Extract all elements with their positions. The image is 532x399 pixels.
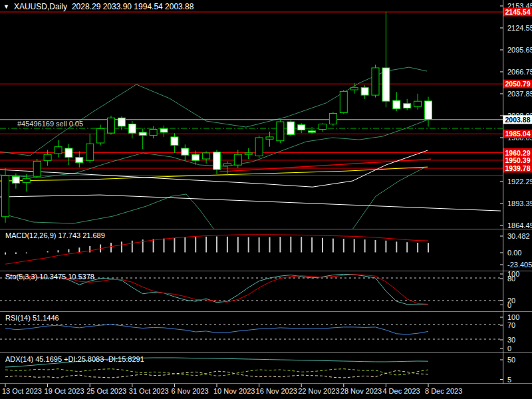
symbol-period-label: XAUUSD,Daily: [14, 2, 67, 11]
time-tick-label: 19 Oct 2023: [45, 387, 84, 395]
rsi-scale-label: 0: [507, 344, 511, 352]
bear-candle-body: [12, 176, 19, 183]
time-tick-label: 13 Oct 2023: [2, 387, 42, 395]
price-tick-label: 2124.55: [507, 24, 532, 32]
bear-candle-body: [160, 128, 168, 132]
bull-candle-body: [277, 122, 284, 141]
bull-candle-body: [414, 101, 422, 106]
sto-scale-label: 80: [507, 275, 515, 283]
bear-candle-body: [361, 88, 368, 95]
price-tick-label: 1893.35: [507, 200, 532, 207]
time-tick-label: 8 Dec 2023: [425, 387, 462, 395]
bull-candle-body: [150, 130, 157, 136]
bull-candle-body: [33, 161, 41, 176]
bear-candle-body: [309, 131, 316, 132]
bull-candle-body: [329, 114, 336, 124]
price-tick-label: 1864.45: [507, 221, 532, 229]
adx-scale-label: 50: [507, 356, 515, 364]
bear-candle-body: [393, 100, 400, 109]
price-tick-label: 1922.25: [507, 178, 532, 186]
alert-price-badge-text: 2050.79: [505, 80, 531, 88]
alert-price-badge-text: 1950.39: [505, 156, 531, 164]
bull-candle-body: [203, 153, 210, 159]
bear-candle-body: [213, 152, 221, 170]
bear-candle-body: [128, 124, 136, 134]
symbol-dropdown-icon[interactable]: ▼: [3, 3, 9, 10]
bear-candle-body: [118, 118, 125, 126]
time-tick-label: 28 Nov 2023: [340, 387, 382, 395]
adx-scale-label: 5: [507, 376, 511, 384]
rsi-scale-label: 70: [507, 321, 515, 329]
bull-candle-body: [223, 164, 231, 166]
alert-price-badge-text: 1939.78: [505, 164, 531, 172]
bull-candle-body: [44, 154, 51, 160]
ohlc-values: 2028.29 2033.90 1994.54 2003.88: [72, 2, 194, 11]
bull-candle-body: [55, 147, 62, 154]
trading-chart-window: 2153.452124.552095.652066.752037.852008.…: [0, 0, 532, 399]
bull-candle-body: [245, 153, 252, 154]
bear-candle-body: [298, 125, 305, 130]
macd-scale-label: 0.00: [507, 249, 521, 257]
bear-candle-body: [171, 137, 178, 146]
bull-candle-body: [97, 128, 104, 143]
price-tick-label: 2037.85: [507, 90, 532, 98]
bull-candle-body: [108, 118, 115, 133]
time-tick-label: 4 Dec 2023: [382, 387, 420, 395]
bull-candle-body: [23, 179, 30, 183]
sto-scale-label: 0: [507, 301, 511, 309]
bull-candle-body: [319, 124, 327, 130]
bull-candle-body: [372, 68, 379, 95]
price-tick-label: 2066.75: [507, 68, 532, 76]
bull-candle-body: [86, 144, 94, 160]
bear-candle-body: [65, 148, 72, 158]
bull-candle-body: [255, 138, 263, 156]
rsi-scale-label: 30: [507, 336, 515, 344]
alert-price-badge-text: 2145.54: [505, 8, 531, 16]
chart-canvas[interactable]: 2153.452124.552095.652066.752037.852008.…: [0, 0, 532, 399]
rsi-scale-label: 100: [507, 313, 519, 321]
alert-price-badge-text: 1985.04: [505, 130, 531, 138]
price-tick-label: 2095.65: [507, 46, 532, 54]
macd-scale-label: -23.405: [507, 261, 532, 269]
current-price-badge-text: 2003.88: [505, 116, 531, 124]
chart-title-bar: ▼ XAUUSD,Daily 2028.29 2033.90 1994.54 2…: [3, 2, 194, 11]
bear-candle-body: [382, 68, 390, 101]
time-tick-label: 16 Nov 2023: [256, 387, 297, 395]
bear-candle-body: [139, 132, 146, 136]
bear-candle-body: [404, 104, 411, 108]
bull-candle-body: [340, 91, 347, 112]
macd-scale-label: 30.482: [507, 232, 530, 240]
bear-candle-body: [425, 101, 432, 120]
bear-candle-body: [182, 148, 189, 155]
bear-candle-body: [192, 154, 200, 160]
alert-price-badge-text: 1960.29: [505, 149, 531, 157]
time-tick-label: 25 Oct 2023: [86, 387, 126, 395]
time-tick-label: 10 Nov 2023: [213, 387, 255, 395]
bull-candle-body: [2, 176, 9, 217]
bull-candle-body: [350, 88, 358, 90]
bull-candle-body: [234, 154, 241, 165]
bear-candle-body: [287, 122, 295, 134]
time-tick-label: 6 Nov 2023: [171, 387, 208, 395]
bull-candle-body: [266, 137, 273, 139]
time-tick-label: 31 Oct 2023: [129, 387, 169, 395]
time-tick-label: 22 Nov 2023: [298, 387, 339, 395]
bear-candle-body: [76, 158, 83, 163]
